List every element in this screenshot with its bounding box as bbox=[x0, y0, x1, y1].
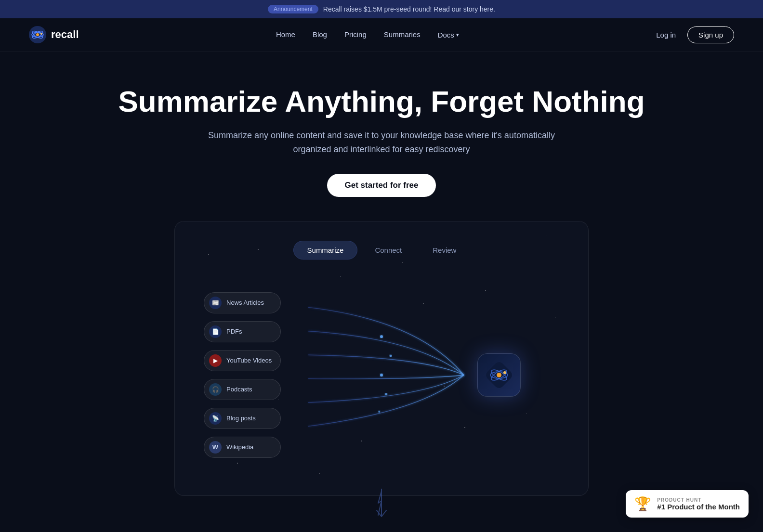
podcast-icon: 🎧 bbox=[209, 383, 222, 396]
announcement-bar: Announcement Recall raises $1.5M pre-see… bbox=[0, 0, 763, 18]
svg-point-9 bbox=[385, 393, 387, 395]
svg-point-5 bbox=[40, 33, 42, 35]
source-wikipedia[interactable]: W Wikipedia bbox=[204, 437, 281, 458]
recall-logo-icon bbox=[485, 361, 513, 389]
hero-section: Summarize Anything, Forget Nothing Summa… bbox=[0, 52, 763, 515]
nav-pricing[interactable]: Pricing bbox=[344, 30, 367, 39]
logo[interactable]: recall bbox=[29, 26, 79, 43]
announcement-badge: Announcement bbox=[268, 5, 318, 13]
source-blog-posts[interactable]: 📡 Blog posts bbox=[204, 408, 281, 429]
cta-button[interactable]: Get started for free bbox=[327, 174, 435, 197]
source-list: 📰 News Articles 📄 PDFs ▶ YouTube Videos … bbox=[204, 292, 281, 458]
svg-point-8 bbox=[380, 374, 383, 376]
nav-actions: Log in Sign up bbox=[656, 26, 734, 43]
svg-point-16 bbox=[503, 371, 506, 374]
showcase-tabs: Summarize Connect Review bbox=[189, 241, 574, 260]
trophy-icon: 🏆 bbox=[634, 496, 651, 512]
source-pdfs[interactable]: 📄 PDFs bbox=[204, 321, 281, 342]
signup-button[interactable]: Sign up bbox=[687, 26, 734, 43]
tab-summarize[interactable]: Summarize bbox=[293, 241, 358, 260]
source-youtube[interactable]: ▶ YouTube Videos bbox=[204, 350, 281, 371]
chevron-down-icon: ▾ bbox=[456, 32, 459, 38]
youtube-icon: ▶ bbox=[209, 354, 222, 367]
scroll-arrow[interactable] bbox=[374, 489, 389, 524]
source-podcasts[interactable]: 🎧 Podcasts bbox=[204, 379, 281, 400]
svg-point-4 bbox=[36, 33, 39, 36]
nav-blog[interactable]: Blog bbox=[313, 30, 327, 39]
svg-point-6 bbox=[380, 335, 383, 338]
product-hunt-badge[interactable]: 🏆 PRODUCT HUNT #1 Product of the Month bbox=[626, 490, 749, 518]
central-logo bbox=[477, 353, 521, 397]
news-icon: 📰 bbox=[209, 297, 222, 309]
tab-review[interactable]: Review bbox=[419, 241, 470, 260]
hero-subtitle: Summarize any online content and save it… bbox=[208, 129, 555, 156]
nav-summaries[interactable]: Summaries bbox=[384, 30, 421, 39]
svg-point-7 bbox=[390, 355, 392, 357]
navbar: recall Home Blog Pricing Summaries Docs … bbox=[0, 18, 763, 52]
svg-point-10 bbox=[378, 411, 380, 413]
nav-links: Home Blog Pricing Summaries Docs ▾ bbox=[276, 30, 459, 39]
pdf-icon: 📄 bbox=[209, 325, 222, 338]
nav-docs[interactable]: Docs ▾ bbox=[438, 31, 459, 39]
ph-text: PRODUCT HUNT #1 Product of the Month bbox=[657, 497, 740, 511]
tab-connect[interactable]: Connect bbox=[361, 241, 415, 260]
login-button[interactable]: Log in bbox=[656, 31, 676, 39]
logo-text: recall bbox=[51, 28, 79, 41]
svg-point-15 bbox=[497, 373, 501, 377]
showcase: Summarize Connect Review 📰 News Articles… bbox=[174, 221, 589, 496]
diagram: 📰 News Articles 📄 PDFs ▶ YouTube Videos … bbox=[189, 284, 574, 467]
logo-icon bbox=[29, 26, 46, 43]
hero-title: Summarize Anything, Forget Nothing bbox=[10, 85, 753, 118]
announcement-text[interactable]: Recall raises $1.5M pre-seed round! Read… bbox=[323, 5, 495, 13]
nav-home[interactable]: Home bbox=[276, 30, 295, 39]
source-news-articles[interactable]: 📰 News Articles bbox=[204, 292, 281, 313]
blog-icon: 📡 bbox=[209, 412, 222, 425]
wikipedia-icon: W bbox=[209, 441, 222, 454]
